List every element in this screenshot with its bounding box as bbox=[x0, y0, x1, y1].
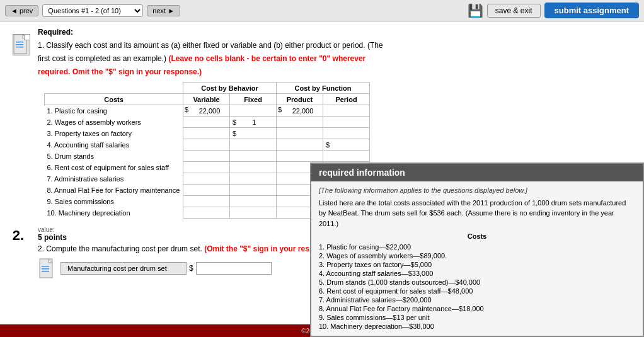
period-input-2[interactable] bbox=[326, 118, 367, 127]
fixed-cell-2[interactable]: $ bbox=[230, 117, 277, 128]
instruction-red2: required. Omit the "$" sign in your resp… bbox=[38, 67, 202, 76]
fixed-input-6[interactable] bbox=[233, 163, 273, 172]
question-selector[interactable]: Questions #1 - 2 (of 10) bbox=[42, 4, 143, 17]
variable-input-2[interactable] bbox=[186, 118, 227, 127]
cost-by-function-header: Cost by Function bbox=[277, 83, 370, 94]
product-input-5[interactable] bbox=[279, 152, 320, 161]
cost-by-behavior-header: Cost by Behavior bbox=[183, 83, 277, 94]
variable-input-10[interactable] bbox=[186, 208, 227, 217]
product-input-1[interactable] bbox=[279, 106, 320, 115]
req-info-items-list: 1. Plastic for casing—$22,0002. Wages of… bbox=[319, 243, 635, 331]
main-content-area: Required: 1. Classify each cost and its … bbox=[0, 21, 644, 337]
variable-input-9[interactable] bbox=[186, 197, 227, 206]
req-info-list-item: 7. Administrative salaries—$200,000 bbox=[319, 295, 635, 304]
period-input-5[interactable] bbox=[326, 152, 367, 161]
save-exit-button[interactable]: save & exit bbox=[487, 4, 541, 18]
fixed-input-10[interactable] bbox=[233, 208, 273, 217]
fixed-cell-9[interactable] bbox=[230, 196, 277, 207]
prev-button[interactable]: ◄ prev bbox=[5, 5, 38, 16]
period-cell-2[interactable] bbox=[323, 117, 370, 128]
req-info-list-item: 2. Wages of assembly workers—$89,000. bbox=[319, 251, 635, 260]
fixed-cell-5[interactable] bbox=[230, 151, 277, 162]
variable-cell-10[interactable] bbox=[183, 207, 230, 219]
fixed-input-3[interactable] bbox=[238, 129, 270, 138]
fixed-cell-1[interactable] bbox=[230, 105, 277, 117]
cost-name: 6. Rent cost of equipment for sales staf… bbox=[45, 162, 183, 173]
table-row: 1. Plastic for casing $ $ bbox=[45, 105, 370, 117]
manufacturing-cost-label: Manufacturing cost per drum set bbox=[60, 262, 187, 275]
doc-svg bbox=[13, 34, 30, 55]
variable-cell-6[interactable] bbox=[183, 162, 230, 173]
table-row: 3. Property taxes on factory $ bbox=[45, 128, 370, 139]
submit-assignment-button[interactable]: submit assignment bbox=[544, 3, 639, 18]
period-input-3[interactable] bbox=[326, 129, 367, 138]
variable-input-5[interactable] bbox=[186, 152, 227, 161]
variable-input-1[interactable] bbox=[186, 106, 227, 115]
cost-name: 2. Wages of assembly workers bbox=[45, 117, 183, 128]
cost-name: 9. Sales commissions bbox=[45, 196, 183, 207]
q1-icon-area bbox=[10, 28, 33, 219]
period-cell-1[interactable] bbox=[323, 105, 370, 117]
product-cell-3[interactable] bbox=[277, 128, 323, 139]
variable-cell-8[interactable] bbox=[183, 185, 230, 196]
cost-name: 3. Property taxes on factory bbox=[45, 128, 183, 139]
req-info-list-item: 9. Sales commissions—$13 per unit bbox=[319, 313, 635, 322]
req-info-list-item: 10. Machinery depreciation—$38,000 bbox=[319, 322, 635, 331]
variable-input-6[interactable] bbox=[186, 163, 227, 172]
product-cell-5[interactable] bbox=[277, 151, 323, 162]
variable-input-8[interactable] bbox=[186, 186, 227, 195]
product-input-3[interactable] bbox=[279, 129, 320, 138]
variable-cell-3[interactable] bbox=[183, 128, 230, 139]
fixed-cell-8[interactable] bbox=[230, 185, 277, 196]
manufacturing-cost-input[interactable] bbox=[196, 262, 272, 275]
period-cell-5[interactable] bbox=[323, 151, 370, 162]
fixed-cell-10[interactable] bbox=[230, 207, 277, 219]
variable-cell-9[interactable] bbox=[183, 196, 230, 207]
variable-cell-2[interactable] bbox=[183, 117, 230, 128]
fixed-cell-3[interactable]: $ bbox=[230, 128, 277, 139]
period-cell-3[interactable] bbox=[323, 128, 370, 139]
fixed-input-1[interactable] bbox=[233, 106, 273, 115]
period-cell-4[interactable]: $ bbox=[323, 139, 370, 151]
col-costs: Costs bbox=[45, 94, 183, 105]
fixed-input-5[interactable] bbox=[233, 152, 273, 161]
variable-input-3[interactable] bbox=[186, 129, 227, 138]
fixed-cell-7[interactable] bbox=[230, 173, 277, 185]
variable-cell-5[interactable] bbox=[183, 151, 230, 162]
product-input-2[interactable] bbox=[279, 118, 320, 127]
save-icon: 💾 bbox=[468, 3, 483, 18]
period-input-1[interactable] bbox=[326, 106, 367, 115]
req-info-subheader: [The following information applies to th… bbox=[319, 186, 635, 194]
required-information-panel: required information [The following info… bbox=[310, 163, 644, 338]
cost-name: 5. Drum stands bbox=[45, 151, 183, 162]
col-variable: Variable bbox=[183, 94, 230, 105]
fixed-cell-4[interactable] bbox=[230, 139, 277, 151]
cost-name: 8. Annual Flat Fee for Factory maintenan… bbox=[45, 185, 183, 196]
product-cell-2[interactable] bbox=[277, 117, 323, 128]
q2-number-area: 2. bbox=[10, 226, 33, 244]
req-info-header: required information bbox=[311, 164, 643, 181]
variable-cell-4[interactable] bbox=[183, 139, 230, 151]
q2-instruction-text: 2. Compute the manufacturing cost per dr… bbox=[38, 244, 204, 253]
q2-instruction-red: (Omit the "$" sign in your resp bbox=[204, 244, 314, 253]
q2-number: 2. bbox=[13, 227, 24, 244]
fixed-input-8[interactable] bbox=[233, 186, 273, 195]
variable-input-4[interactable] bbox=[186, 140, 227, 149]
svg-rect-3 bbox=[16, 44, 23, 45]
period-input-4[interactable] bbox=[331, 140, 363, 149]
variable-cell-1: $ bbox=[183, 105, 230, 117]
fixed-input-4[interactable] bbox=[233, 140, 273, 149]
variable-input-7[interactable] bbox=[186, 174, 227, 183]
fixed-cell-6[interactable] bbox=[230, 162, 277, 173]
svg-marker-1 bbox=[23, 35, 26, 38]
product-input-4[interactable] bbox=[279, 140, 320, 149]
table-row: 4. Accounting staff salaries $ bbox=[45, 139, 370, 151]
fixed-input-7[interactable] bbox=[233, 174, 273, 183]
next-button[interactable]: next ► bbox=[147, 5, 180, 16]
product-cell-4[interactable] bbox=[277, 139, 323, 151]
dollar-sign-q2: $ bbox=[189, 264, 193, 273]
costs-header-cell bbox=[45, 83, 183, 94]
fixed-input-2[interactable] bbox=[238, 118, 270, 127]
variable-cell-7[interactable] bbox=[183, 173, 230, 185]
fixed-input-9[interactable] bbox=[233, 197, 273, 206]
